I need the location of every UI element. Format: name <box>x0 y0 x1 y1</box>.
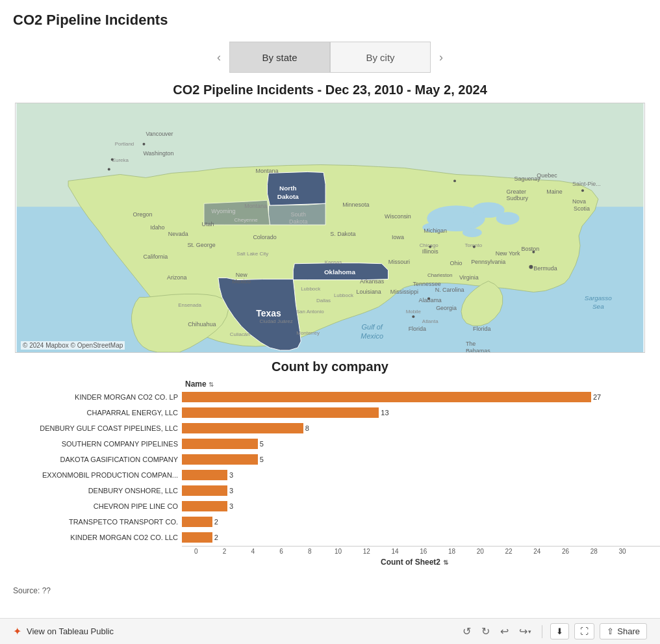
x-tick: 28 <box>580 548 609 555</box>
bar-fill <box>182 470 227 480</box>
svg-text:Louisiana: Louisiana <box>357 289 381 295</box>
bar-label: CHAPARRAL ENERGY, LLC <box>19 409 182 417</box>
x-tick: 22 <box>494 548 523 555</box>
svg-text:Georgia: Georgia <box>436 305 457 311</box>
svg-text:Wyoming: Wyoming <box>211 208 235 214</box>
bar-value: 2 <box>214 534 218 541</box>
svg-text:The: The <box>466 341 476 347</box>
bar-track: 5 <box>182 439 647 449</box>
svg-text:Lubbock: Lubbock <box>301 286 320 292</box>
svg-text:Culiacán: Culiacán <box>230 331 250 337</box>
svg-text:Gulf of: Gulf of <box>362 323 383 331</box>
back-button[interactable]: ↩ <box>498 624 511 639</box>
svg-text:Vancouver: Vancouver <box>146 131 173 137</box>
bar-row: CHAPARRAL ENERGY, LLC 13 <box>19 406 647 420</box>
tableau-link[interactable]: ✦ View on Tableau Public <box>13 625 114 638</box>
svg-text:California: California <box>144 253 168 260</box>
bar-row: EXXONMOBIL PRODUCTION COMPAN... 3 <box>19 468 647 482</box>
bar-fill <box>182 454 258 465</box>
svg-text:South: South <box>291 211 306 218</box>
svg-text:Tennessee: Tennessee <box>413 281 441 287</box>
svg-text:Nevada: Nevada <box>168 231 188 237</box>
tab-right-arrow[interactable]: › <box>431 44 451 70</box>
bar-fill <box>182 439 258 449</box>
undo-button[interactable]: ↺ <box>460 624 474 639</box>
x-tick: 16 <box>409 548 438 555</box>
bar-row: DENBURY GULF COAST PIPELINES, LLC 8 <box>19 421 647 435</box>
bar-value: 5 <box>260 440 264 448</box>
x-axis-ticks: 024681012141618202224262830 <box>182 548 637 555</box>
bar-value: 5 <box>260 456 264 463</box>
bar-track: 5 <box>182 454 647 465</box>
bar-track: 8 <box>182 423 647 433</box>
svg-text:Nova: Nova <box>572 198 586 205</box>
map-container[interactable]: North Dakota Wyoming Cheyenne South Dako… <box>15 103 645 353</box>
svg-point-85 <box>108 168 110 170</box>
bar-row: KINDER MORGAN CO2 CO. LP 27 <box>19 390 647 404</box>
bar-value: 2 <box>214 518 218 526</box>
x-axis-label-text: Count of Sheet2 <box>381 558 440 567</box>
bar-chart-title: Count by company <box>13 359 647 374</box>
fullscreen-button[interactable]: ⛶ <box>574 623 594 639</box>
svg-text:Virginia: Virginia <box>459 274 479 281</box>
forward-button[interactable]: ↪▾ <box>516 624 534 639</box>
bottom-controls: ↺ ↻ ↩ ↪▾ ⬇ ⛶ ⇧ Share <box>460 623 647 639</box>
x-tick: 24 <box>523 548 552 555</box>
bar-row: KINDER MORGAN CO2 CO. LLC 2 <box>19 530 647 545</box>
bar-track: 27 <box>182 392 647 402</box>
svg-text:Ohio: Ohio <box>450 260 463 266</box>
name-label: Name <box>185 380 207 389</box>
svg-text:Ciudad Juárez: Ciudad Juárez <box>260 318 293 324</box>
svg-text:St. George: St. George <box>187 242 215 248</box>
svg-point-91 <box>529 265 533 269</box>
svg-text:Sargasso: Sargasso <box>585 294 612 302</box>
svg-text:Colorado: Colorado <box>253 234 276 240</box>
svg-text:Florida: Florida <box>473 326 490 332</box>
svg-point-89 <box>427 297 430 300</box>
bar-label: TRANSPETCO TRANSPORT CO. <box>19 518 182 526</box>
x-axis-line <box>182 546 660 547</box>
map-credit: © 2024 Mapbox © OpenStreetMap <box>21 341 125 350</box>
bar-track: 3 <box>182 485 647 496</box>
x-sort-icon[interactable]: ⇅ <box>443 559 448 566</box>
svg-text:Chihuahua: Chihuahua <box>188 321 216 328</box>
svg-text:Bahamas: Bahamas <box>466 348 490 352</box>
x-tick: 14 <box>381 548 409 555</box>
separator <box>542 625 542 638</box>
bar-value: 27 <box>593 393 601 401</box>
download-button[interactable]: ⬇ <box>550 623 569 639</box>
x-tick: 4 <box>239 548 268 555</box>
svg-point-93 <box>453 179 456 182</box>
svg-text:Idaho: Idaho <box>150 224 164 231</box>
svg-text:Pennsylvania: Pennsylvania <box>471 259 505 265</box>
svg-text:Dakota: Dakota <box>277 193 299 200</box>
svg-text:Oregon: Oregon <box>133 211 153 218</box>
bar-track: 3 <box>182 501 647 511</box>
svg-point-87 <box>429 246 431 248</box>
svg-text:Minnesota: Minnesota <box>342 201 369 208</box>
share-button[interactable]: ⇧ Share <box>600 623 647 639</box>
svg-text:Sudbury: Sudbury <box>507 195 529 201</box>
svg-text:Michigan: Michigan <box>424 227 447 234</box>
bar-label: DENBURY GULF COAST PIPELINES, LLC <box>19 424 182 432</box>
svg-text:Washington: Washington <box>144 150 174 157</box>
share-icon: ⇧ <box>607 626 614 636</box>
bottom-bar: ✦ View on Tableau Public ↺ ↻ ↩ ↪▾ ⬇ ⛶ ⇧ … <box>0 618 660 644</box>
bar-chart-section: Count by company Name ⇅ KINDER MORGAN CO… <box>0 353 660 580</box>
tab-by-state[interactable]: By state <box>229 42 330 73</box>
svg-text:Utah: Utah <box>202 221 214 227</box>
redo-button[interactable]: ↻ <box>479 624 492 639</box>
map-svg: North Dakota Wyoming Cheyenne South Dako… <box>16 103 644 352</box>
sort-icon[interactable]: ⇅ <box>209 381 214 388</box>
x-tick: 0 <box>182 548 210 555</box>
tab-left-arrow[interactable]: ‹ <box>209 44 229 70</box>
x-tick: 6 <box>267 548 296 555</box>
share-label: Share <box>617 626 640 636</box>
bar-fill <box>182 517 212 527</box>
bar-label: CHEVRON PIPE LINE CO <box>19 502 182 510</box>
svg-text:New York: New York <box>496 250 520 257</box>
x-axis-label: Count of Sheet2 ⇅ <box>182 558 647 567</box>
tab-by-city[interactable]: By city <box>330 42 431 73</box>
bar-label: KINDER MORGAN CO2 CO. LLC <box>19 534 182 541</box>
bar-label: SOUTHERN COMPANY PIPELINES <box>19 440 182 448</box>
